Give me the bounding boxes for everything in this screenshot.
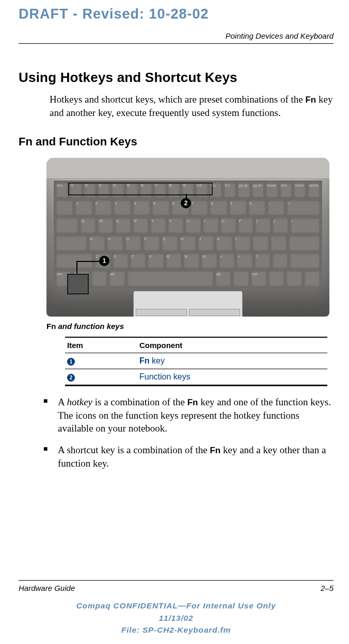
keyboard-key: 0 [248, 200, 266, 216]
keyboard-key: ? [255, 253, 271, 269]
keyboard-key [272, 253, 288, 269]
keyboard-key: W [98, 218, 114, 233]
keyboard-key: delete [308, 183, 320, 198]
keyboard-key [304, 271, 320, 286]
list-item: A shortcut key is a combination of the F… [38, 443, 334, 470]
keyboard-key: ] [273, 218, 289, 233]
fn-label: Fn [187, 398, 198, 407]
keyboard-key: end [280, 183, 292, 198]
draft-watermark: DRAFT - Revised: 10-28-02 [19, 6, 334, 22]
chapter-header: Pointing Devices and Keyboard [19, 31, 334, 44]
keyboard-key: pg dn [252, 183, 264, 198]
component-table: Item Component 1 Fn key 2 Function keys [65, 337, 327, 386]
leader-line [76, 261, 101, 262]
keyboard-key: I [203, 218, 219, 233]
callout-1: 1 [99, 256, 109, 266]
keyboard-key: > [236, 253, 252, 269]
callout-2: 2 [181, 198, 191, 208]
keyboard-key: K [216, 236, 232, 251]
keyboard-key: N [183, 253, 199, 269]
keyboard-key: f12 [224, 183, 236, 198]
table-row: 1 Fn key [65, 353, 327, 369]
keyboard-key [289, 236, 320, 251]
confidential-file: File: SP-CH2-Keyboard.fm [19, 624, 334, 636]
table-cell-component: Fn key [139, 356, 327, 366]
keyboard-key: = [287, 200, 320, 216]
keyboard-diagram: escf1f2f3f4f5f6f7f8f9f10f11f12pg uppg dn… [46, 158, 329, 317]
page-footer: Hardware Guide 2–5 Compaq CONFIDENTIAL—F… [19, 580, 334, 636]
keyboard-key: L [234, 236, 251, 251]
confidential-date: 11/13/02 [19, 612, 334, 624]
keyboard-key: Q [80, 218, 96, 233]
keyboard-hinge [46, 158, 329, 179]
document-page: DRAFT - Revised: 10-28-02 Pointing Devic… [0, 0, 349, 644]
keyboard-key [290, 253, 320, 269]
keyboard-key [56, 218, 78, 233]
subsection-heading: Fn and Function Keys [19, 135, 334, 148]
keyboard-key: 2 [94, 200, 112, 216]
keyboard-key: C [130, 253, 146, 269]
keyboard-key: 9 [229, 200, 247, 216]
keyboard-key: 1 [75, 200, 92, 216]
keyboard-key: G [162, 236, 178, 251]
fn-label: Fn [139, 356, 150, 365]
table-row: 2 Function keys [65, 369, 327, 385]
bullet-list: A hotkey is a combination of the Fn key … [38, 395, 334, 470]
keyboard-key: [ [255, 218, 271, 233]
footer-line: Hardware Guide 2–5 [19, 580, 334, 592]
keyboard-key: \ [290, 218, 320, 233]
caption-rest: and function keys [56, 322, 124, 331]
component-text: key [150, 356, 165, 365]
fn-key-highlight [67, 274, 89, 294]
keyboard-key: Y [168, 218, 184, 233]
keyboard-key: A [89, 236, 105, 251]
caption-fn: Fn [46, 322, 56, 331]
keyboard-key: O [220, 218, 236, 233]
keyboard-key [233, 271, 249, 286]
keyboard-key: B [166, 253, 182, 269]
keyboard-key [286, 271, 302, 286]
keyboard-key: alt [215, 271, 231, 286]
keyboard-key: home [266, 183, 278, 198]
keyboard-key: R [133, 218, 149, 233]
bullet-text: A shortcut key is a combination of the [58, 444, 210, 455]
keyboard-key [127, 271, 214, 286]
fn-label: Fn [210, 445, 220, 455]
keyboard-key: ; [252, 236, 269, 251]
keyboard-key: 4 [133, 200, 150, 216]
item-number-icon: 2 [67, 374, 75, 382]
keyboard-key: ` [56, 200, 73, 216]
keyboard-key: 7 [191, 200, 208, 216]
keyboard-key: 8 [210, 200, 227, 216]
keyboard-keys-area: escf1f2f3f4f5f6f7f8f9f10f11f12pg uppg dn… [54, 180, 322, 289]
table-header-item: Item [65, 341, 139, 350]
bullet-text: A [58, 397, 67, 407]
table-header-component: Component [139, 341, 327, 350]
list-item: A hotkey is a combination of the Fn key … [38, 395, 334, 435]
keyboard-key: < [219, 253, 235, 269]
keyboard-key: S [107, 236, 123, 251]
component-text: Function keys [139, 372, 191, 381]
keyboard-key: - [267, 200, 285, 216]
footer-doc-title: Hardware Guide [19, 584, 75, 592]
figure-caption: Fn and function keys [46, 322, 334, 331]
keyboard-key: F [143, 236, 160, 251]
keyboard-key: D [125, 236, 141, 251]
touchpad [133, 291, 243, 317]
keyboard-key: M [201, 253, 217, 269]
keyboard-key: alt [109, 271, 125, 286]
keyboard-key: ctrl [251, 271, 267, 286]
table-cell-item: 2 [65, 372, 139, 382]
keyboard-key: E [115, 218, 131, 233]
fn-key-label: Fn [305, 95, 316, 105]
keyboard-key [268, 271, 284, 286]
bullet-text: is a combination of the [92, 397, 187, 407]
item-number-icon: 1 [67, 358, 75, 366]
table-cell-item: 1 [65, 356, 139, 366]
section-heading: Using Hotkeys and Shortcut Keys [19, 70, 334, 86]
keyboard-key: X [113, 253, 129, 269]
keyboard-key: pg up [237, 183, 250, 198]
keyboard-key: T [150, 218, 166, 233]
keyboard-key: 3 [114, 200, 131, 216]
function-keys-highlight [68, 183, 213, 195]
